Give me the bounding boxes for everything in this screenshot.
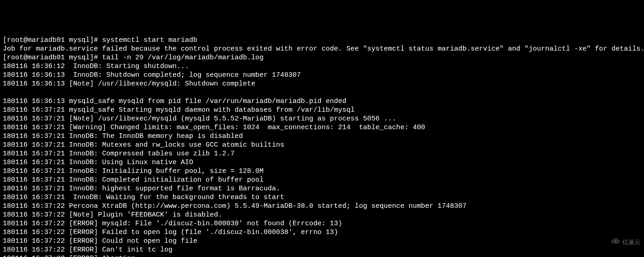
terminal-line: 180116 16:36:13 mysqld_safe mysqld from … <box>3 97 641 106</box>
terminal-line: 180116 16:37:21 InnoDB: Completed initia… <box>3 176 641 184</box>
terminal-line: 180116 16:37:22 [ERROR] mysqld: File './… <box>3 219 641 228</box>
terminal-line: 180116 16:36:13 [Note] /usr/libexec/mysq… <box>3 80 641 88</box>
terminal-line: 180116 16:37:21 [Warning] Changed limits… <box>3 123 641 132</box>
terminal-line: 180116 16:37:22 [ERROR] Aborting <box>3 254 641 257</box>
terminal-line: 180116 16:37:21 mysqld_safe Starting mys… <box>3 106 641 114</box>
svg-point-0 <box>615 240 616 242</box>
cloud-icon <box>605 229 621 255</box>
terminal-line: 180116 16:37:21 [Note] /usr/libexec/mysq… <box>3 114 641 123</box>
terminal-line: 180116 16:37:21 InnoDB: Initializing buf… <box>3 167 641 176</box>
terminal-line: 180116 16:37:22 [ERROR] Can't init tc lo… <box>3 246 641 254</box>
terminal-line: 180116 16:37:21 InnoDB: Using Linux nati… <box>3 158 641 167</box>
terminal-line: 180116 16:37:21 InnoDB: Compressed table… <box>3 149 641 158</box>
terminal-line: [root@mariadb01 mysql]# systemctl start … <box>3 36 641 45</box>
terminal-line: 180116 16:37:22 [Note] Plugin 'FEEDBACK'… <box>3 211 641 219</box>
watermark-badge: 亿速云 <box>605 229 640 255</box>
watermark-text: 亿速云 <box>622 238 640 246</box>
terminal-line <box>3 88 641 97</box>
terminal-output[interactable]: [root@mariadb01 mysql]# systemctl start … <box>3 36 641 257</box>
terminal-line: 180116 16:37:21 InnoDB: The InnoDB memor… <box>3 132 641 141</box>
terminal-line: [root@mariadb01 mysql]# tail -n 29 /var/… <box>3 53 641 62</box>
terminal-line: 180116 16:37:21 InnoDB: Mutexes and rw_l… <box>3 141 641 149</box>
terminal-line: 180116 16:36:12 InnoDB: Starting shutdow… <box>3 62 641 71</box>
terminal-line: 180116 16:37:21 InnoDB: Waiting for the … <box>3 193 641 202</box>
terminal-line: 180116 16:37:22 [ERROR] Could not open l… <box>3 237 641 246</box>
terminal-line: Job for mariadb.service failed because t… <box>3 45 641 53</box>
terminal-line: 180116 16:37:22 Percona XtraDB (http://w… <box>3 202 641 211</box>
terminal-line: 180116 16:37:22 [ERROR] Failed to open l… <box>3 228 641 237</box>
terminal-line: 180116 16:37:21 InnoDB: highest supporte… <box>3 184 641 193</box>
terminal-line: 180116 16:36:13 InnoDB: Shutdown complet… <box>3 71 641 80</box>
